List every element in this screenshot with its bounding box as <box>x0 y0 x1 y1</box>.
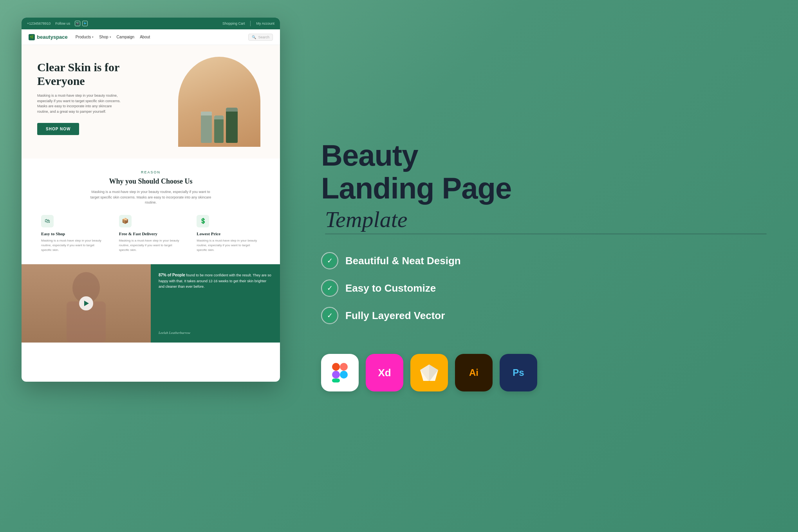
section-title: Why you Should Choose Us <box>37 177 264 186</box>
nav-bar: 🌿 beautyspace Products ▾ Shop ▾ Campaign… <box>22 29 280 45</box>
feature-easy-shop-title: Easy to Shop <box>41 231 105 236</box>
right-panel: Beauty Landing Page Template ✓ Beautiful… <box>298 0 798 532</box>
ai-label: Ai <box>469 367 478 378</box>
feature-list: ✓ Beautiful & Neat Design ✓ Easy to Cust… <box>321 252 775 334</box>
testimonial-section: 87% of People found to be more confident… <box>22 264 280 343</box>
feature-item-2: ✓ Fully Layered Vector <box>321 307 775 324</box>
feature-delivery: 📦 Free & Fast Delivery Masking is a must… <box>115 215 187 252</box>
check-icon-0: ✓ <box>323 254 337 268</box>
feature-label-1: Easy to Customize <box>345 282 436 294</box>
brand-logo[interactable]: 🌿 beautyspace <box>29 34 68 40</box>
check-circle-0: ✓ <box>321 252 338 269</box>
check-icon-2: ✓ <box>323 308 337 323</box>
social-icons: 📷 🐦 <box>75 21 88 26</box>
shop-now-button[interactable]: SHOP NOW <box>37 123 79 135</box>
top-bar: +12345678910 Follow us 📷 🐦 Shopping Cart… <box>22 18 280 29</box>
main-heading-line2: Landing Page <box>321 173 775 203</box>
hero-title: Clear Skin is for Everyone <box>37 61 139 88</box>
easy-shop-icon: 🛍 <box>41 215 54 227</box>
brand-name: beautyspace <box>37 34 68 40</box>
play-icon <box>84 301 89 306</box>
xd-label: Xd <box>378 367 391 379</box>
browser-mockup: +12345678910 Follow us 📷 🐦 Shopping Cart… <box>22 18 280 382</box>
section-description: Masking is a must-have step in your beau… <box>88 189 213 206</box>
testimonial-image <box>22 264 151 343</box>
main-heading-line1: Beauty <box>321 141 775 170</box>
feature-price: 💲 Lowest Price Masking is a must-have st… <box>193 215 264 252</box>
cart-label[interactable]: Shopping Cart <box>222 22 245 25</box>
twitter-icon[interactable]: 🐦 <box>82 21 88 26</box>
hero-section: Clear Skin is for Everyone Masking is a … <box>22 45 280 159</box>
nav-links: Products ▾ Shop ▾ Campaign About 🔍 Searc… <box>76 34 273 41</box>
section-label: REASON <box>37 170 264 174</box>
svg-rect-4 <box>332 371 340 379</box>
follow-label: Follow us <box>55 22 70 25</box>
feature-item-0: ✓ Beautiful & Neat Design <box>321 252 775 269</box>
testimonial-content: 87% of People found to be more confident… <box>151 264 280 343</box>
why-section: REASON Why you Should Choose Us Masking … <box>22 159 280 264</box>
product-bottles <box>201 108 238 147</box>
nav-products[interactable]: Products ▾ <box>76 35 94 39</box>
check-circle-1: ✓ <box>321 280 338 297</box>
adobe-xd-icon-container: Xd <box>366 354 403 391</box>
testimonial-author: Leelah Leatherbarrow <box>159 331 272 335</box>
check-icon-1: ✓ <box>323 281 337 295</box>
sketch-icon-container <box>410 354 448 391</box>
adobe-ps-icon-container: Ps <box>500 354 537 391</box>
search-icon: 🔍 <box>252 35 256 39</box>
hero-description: Masking is a must-have step in your beau… <box>37 93 123 114</box>
price-icon: 💲 <box>197 215 209 227</box>
svg-point-5 <box>340 371 348 379</box>
shop-arrow-icon: ▾ <box>110 36 111 39</box>
sketch-logo <box>419 364 439 382</box>
top-bar-left: +12345678910 Follow us 📷 🐦 <box>27 21 88 26</box>
feature-easy-to-shop: 🛍 Easy to Shop Masking is a must-have st… <box>37 215 109 252</box>
adobe-ai-icon-container: Ai <box>455 354 493 391</box>
top-bar-right: Shopping Cart My Account <box>222 21 274 26</box>
nav-about[interactable]: About <box>140 35 150 39</box>
svg-rect-2 <box>332 363 340 371</box>
ps-label: Ps <box>513 367 524 378</box>
bottle-2 <box>214 115 224 143</box>
divider <box>250 21 251 26</box>
feature-price-title: Lowest Price <box>197 231 260 236</box>
phone-number: +12345678910 <box>27 22 51 25</box>
search-placeholder: Search <box>258 35 269 39</box>
check-circle-2: ✓ <box>321 307 338 324</box>
sub-heading-script: Template <box>325 206 775 233</box>
feature-label-2: Fully Layered Vector <box>345 310 445 322</box>
products-arrow-icon: ▾ <box>92 36 94 39</box>
testimonial-text: 87% of People found to be more confident… <box>159 272 272 290</box>
brand-icon: 🌿 <box>29 34 35 40</box>
svg-rect-6 <box>332 379 340 382</box>
delivery-icon: 📦 <box>119 215 132 227</box>
feature-delivery-title: Free & Fast Delivery <box>119 231 183 236</box>
feature-item-1: ✓ Easy to Customize <box>321 280 775 297</box>
nav-shop[interactable]: Shop ▾ <box>99 35 111 39</box>
play-button[interactable] <box>79 296 93 310</box>
feature-delivery-desc: Masking is a must-have step in your beau… <box>119 238 183 252</box>
bottle-3 <box>226 108 238 143</box>
feature-label-0: Beautiful & Neat Design <box>345 255 461 267</box>
svg-rect-3 <box>340 363 348 371</box>
figma-icon-container <box>321 354 359 391</box>
feature-easy-shop-desc: Masking is a must-have step in your beau… <box>41 238 105 252</box>
instagram-icon[interactable]: 📷 <box>75 21 80 26</box>
hero-image <box>178 57 260 147</box>
hero-text: Clear Skin is for Everyone Masking is a … <box>37 61 139 135</box>
search-bar[interactable]: 🔍 Search <box>248 34 273 41</box>
software-icons-row: Xd Ai Ps <box>321 354 775 391</box>
feature-price-desc: Masking is a must-have step in your beau… <box>197 238 260 252</box>
testimonial-stat-bold: 87% of People <box>159 273 185 277</box>
account-label[interactable]: My Account <box>256 22 274 25</box>
nav-campaign[interactable]: Campaign <box>117 35 135 39</box>
figma-logo <box>332 363 348 382</box>
features-row: 🛍 Easy to Shop Masking is a must-have st… <box>37 215 264 252</box>
bottle-1 <box>201 112 212 143</box>
